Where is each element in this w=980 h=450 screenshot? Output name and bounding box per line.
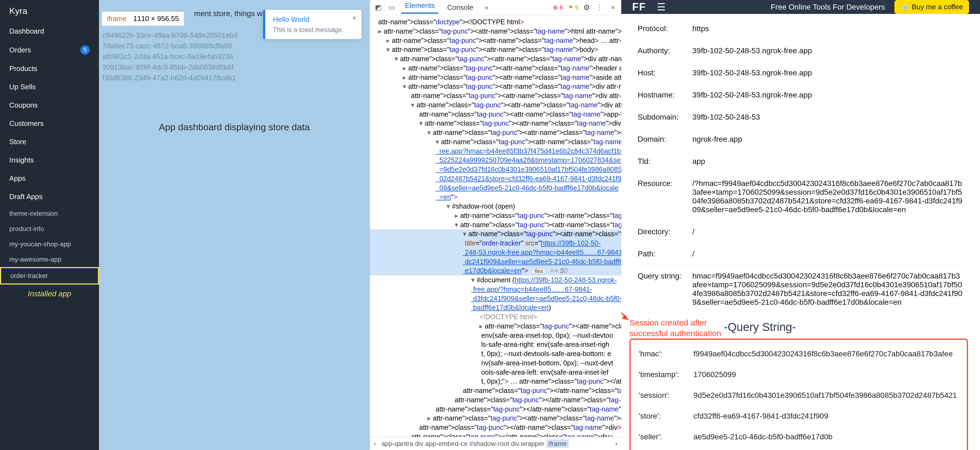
nav-customers[interactable]: Customers xyxy=(0,114,99,133)
tools-header: FF ☰ Free Online Tools For Developers 🍵 … xyxy=(621,0,980,14)
query-string-box: 'hmac':f9949aef04cdbcc5d300423024316f8c6… xyxy=(630,339,968,450)
qs-row: 'seller':ae5d9ee5-21c0-46dc-b5f0-badff6e… xyxy=(639,426,959,447)
app-dashboard: ment store, things will b iframe 1110 × … xyxy=(99,0,370,450)
qs-row: 'hmac':f9949aef04cdbcc5d300423024316f8c6… xyxy=(639,344,959,364)
toast-notification: × Hello World This is a toast message. xyxy=(263,10,361,39)
info-row: Protocol:https xyxy=(638,18,964,40)
tagline: Free Online Tools For Developers xyxy=(770,3,885,11)
qs-row: 'store':cfd32ff6-ea69-4167-9841-d3fdc241… xyxy=(639,406,959,426)
session-annotation: Session created after successful authent… xyxy=(630,317,721,339)
app-sidebar: Kyra DashboardOrders5ProductsUp SellsCou… xyxy=(0,0,99,450)
tooltip-tag: iframe xyxy=(107,14,127,23)
devtools-panel: ◩ ▭ Elements Console » ⊗ 6 ⚑ 9 ⚙ ⋮ × att… xyxy=(370,0,621,450)
dashboard-caption: App dashboard displaying store data xyxy=(99,120,370,134)
toast-body: This is a toast message. xyxy=(273,26,354,33)
app-my-youcan-shop-app[interactable]: my-youcan-shop-app xyxy=(0,236,99,252)
info-row: Tld:app xyxy=(638,151,964,173)
info-row: Path:/ xyxy=(638,243,964,265)
device-icon[interactable]: ▭ xyxy=(387,3,396,12)
chevron-left-icon[interactable]: ‹ xyxy=(374,440,376,448)
qs-row: 'session':9d5e2e0d37fd16c0b4301e3906510a… xyxy=(639,385,959,406)
info-row: Resource:/?hmac=f9949aef04cdbcc5d3004230… xyxy=(638,173,964,221)
nav-store[interactable]: Store xyxy=(0,133,99,151)
error-count[interactable]: ⊗ 6 xyxy=(553,4,563,11)
tab-elements[interactable]: Elements xyxy=(401,2,438,14)
kebab-icon[interactable]: ⋮ xyxy=(595,3,604,12)
buy-coffee-button[interactable]: 🍵 Buy me a coffee xyxy=(894,0,969,14)
brand-name: Kyra xyxy=(0,0,99,22)
nav-draft-apps[interactable]: Draft Apps xyxy=(0,188,99,206)
url-parser-panel: FF ☰ Free Online Tools For Developers 🍵 … xyxy=(621,0,980,450)
chevron-right-icon[interactable]: › xyxy=(615,440,617,448)
nav-coupons[interactable]: Coupons xyxy=(0,96,99,114)
nav-up-sells[interactable]: Up Sells xyxy=(0,78,99,96)
info-row: Directory:/ xyxy=(638,221,964,243)
coffee-icon: 🍵 xyxy=(900,3,909,11)
warning-count[interactable]: ⚑ 9 xyxy=(568,4,578,11)
app-theme-extension[interactable]: theme-extension xyxy=(0,206,99,221)
dom-tree[interactable]: attr-name">class="doctype"><!DOCTYPE htm… xyxy=(370,15,621,437)
nav-orders[interactable]: Orders5 xyxy=(0,40,99,60)
badge: 5 xyxy=(80,45,90,55)
inspect-icon[interactable]: ◩ xyxy=(374,3,383,12)
nav-products[interactable]: Products xyxy=(0,60,99,78)
installed-app-label: Installed app xyxy=(0,285,99,303)
info-row: Subdomain:39fb-102-50-248-53 xyxy=(638,106,964,128)
nav-insights[interactable]: Insights xyxy=(0,151,99,169)
app-my-awesome-app[interactable]: my-awesome-app xyxy=(0,252,99,267)
app-product-info[interactable]: product-info xyxy=(0,221,99,236)
ff-logo: FF xyxy=(632,1,646,13)
truncated-banner-text: ment store, things will b xyxy=(194,9,274,18)
info-row: Hostname:39fb-102-50-248-53.ngrok-free.a… xyxy=(638,84,964,106)
info-row: Domain:ngrok-free.app xyxy=(638,128,964,151)
toast-title: Hello World xyxy=(273,15,354,24)
qs-row: 'locale':en xyxy=(639,447,959,450)
app-order-tracker[interactable]: order-tracker xyxy=(0,267,99,285)
dom-breadcrumb[interactable]: ‹ app-qantra div app-embed-ce #shadow-ro… xyxy=(370,437,621,450)
element-tooltip: iframe 1110 × 956.55 xyxy=(102,11,184,26)
tooltip-dimensions: 1110 × 956.55 xyxy=(133,14,179,23)
more-tabs-icon[interactable]: » xyxy=(482,3,491,12)
nav-apps[interactable]: Apps xyxy=(0,169,99,188)
close-icon[interactable]: × xyxy=(609,3,617,12)
query-string-heading: -Query String- xyxy=(724,318,796,339)
info-row: Query string:hmac=f9949aef04cdbcc5d30042… xyxy=(638,265,964,314)
menu-icon[interactable]: ☰ xyxy=(657,2,665,13)
tab-console[interactable]: Console xyxy=(443,3,477,12)
close-icon[interactable]: × xyxy=(352,14,356,22)
devtools-toolbar: ◩ ▭ Elements Console » ⊗ 6 ⚑ 9 ⚙ ⋮ × xyxy=(370,0,621,15)
qs-row: 'timestamp':1706025099 xyxy=(639,364,959,385)
gear-icon[interactable]: ⚙ xyxy=(583,3,590,12)
nav-dashboard[interactable]: Dashboard xyxy=(0,22,99,40)
info-row: Host:39fb-102-50-248-53.ngrok-free.app xyxy=(638,62,964,84)
info-row: Authority:39fb-102-50-248-53.ngrok-free.… xyxy=(638,40,964,62)
